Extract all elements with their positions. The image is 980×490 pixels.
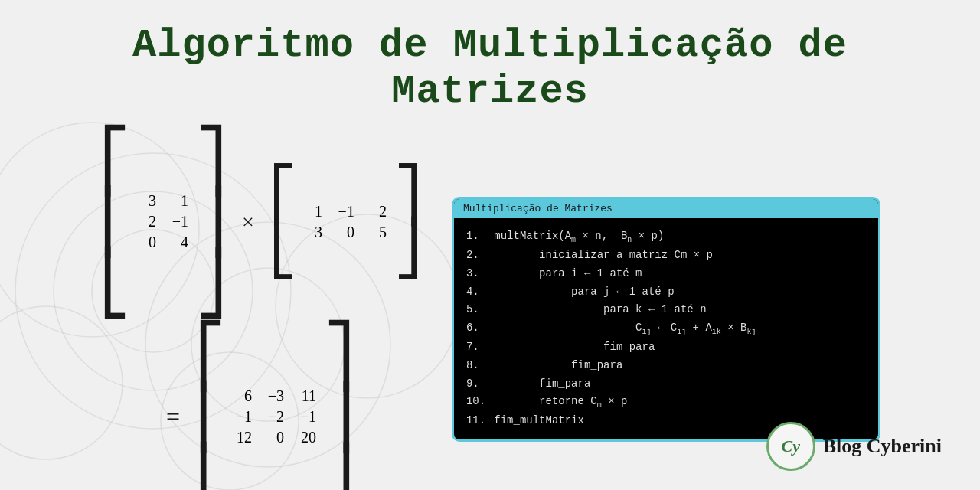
cell-a-0-1: 1 [170,192,188,210]
cell-c-2-2: 20 [298,429,316,446]
code-line-5: 5. para k ← 1 até n [466,301,866,319]
page-title: Algoritmo de Multiplicação de Matrizes [132,23,848,115]
logo-circle: Cy [766,422,815,471]
code-line-9: 9. fim_para [466,375,866,394]
code-title: Multiplicação de Matrizes [454,199,878,218]
cell-b-0-1: −1 [336,203,354,220]
bracket-right-c: ⎤⎥⎦ [324,325,354,490]
cell-c-0-1: −3 [266,387,284,405]
times-sign: × [242,210,254,234]
code-line-10: 10. retorne Cm × p [466,393,866,412]
cell-a-2-0: 0 [138,234,156,251]
logo-text: Blog Cyberini [823,435,942,458]
code-body: 1. multMatrix(Am × n, Bn × p) 2. inicial… [454,218,878,439]
cell-b-0-2: 2 [368,203,387,220]
cell-c-2-1: 0 [266,429,284,446]
code-line-1: 1. multMatrix(Am × n, Bn × p) [466,227,866,247]
cell-c-0-2: 11 [298,387,316,405]
cell-b-1-2: 5 [368,224,387,241]
cell-c-1-2: −1 [298,408,316,426]
cell-a-1-0: 2 [138,213,156,230]
code-line-2: 2. inicializar a matriz Cm × p [466,247,866,265]
matrix-a: ⎡⎢⎣ 3 1 2 −1 0 4 [100,130,227,314]
bracket-right-a: ⎤⎥⎦ [196,130,227,314]
cell-c-1-1: −2 [266,408,284,426]
code-line-7: 7. fim_para [466,338,866,357]
equals-sign: = [166,403,180,431]
bracket-left-b: ⎡⎣ [270,168,296,276]
code-line-3: 3. para i ← 1 até m [466,265,866,283]
matrix-b: ⎡⎣ 1 −1 2 3 0 5 ⎤⎦ [270,168,421,276]
cell-a-0-0: 3 [138,192,156,210]
bracket-left-a: ⎡⎢⎣ [100,130,130,314]
cell-b-0-0: 1 [304,203,322,220]
matrix-c: ⎡⎢⎣ 6 −3 11 −1 −2 −1 12 [195,325,354,490]
code-block: Multiplicação de Matrizes 1. multMatrix(… [452,197,880,442]
code-line-4: 4. para j ← 1 até p [466,283,866,302]
logo-cy: Cy [781,436,799,456]
cell-c-2-0: 12 [234,429,252,446]
cell-c-0-0: 6 [234,387,252,405]
cell-a-1-1: −1 [170,213,188,230]
cell-a-2-1: 4 [170,234,188,251]
bracket-right-b: ⎤⎦ [394,168,421,276]
cell-b-1-0: 3 [304,224,322,241]
code-line-6: 6. Cij ← Cij + Aik × Bkj [466,319,866,338]
cell-c-1-0: −1 [234,408,252,426]
matrix-section: ⎡⎢⎣ 3 1 2 −1 0 4 [100,130,421,490]
logo: Cy Blog Cyberini [766,422,942,471]
bracket-left-c: ⎡⎢⎣ [195,325,226,490]
code-line-8: 8. fim_para [466,357,866,375]
cell-b-1-1: 0 [336,224,354,241]
